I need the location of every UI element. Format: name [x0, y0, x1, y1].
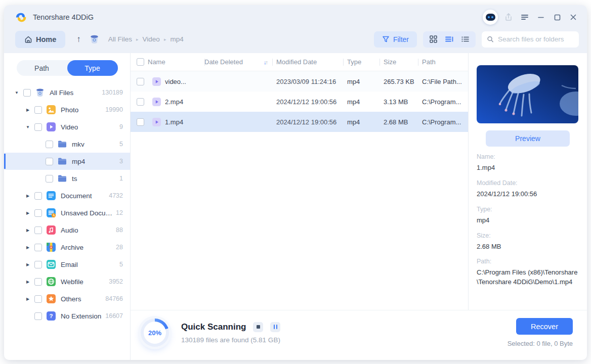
unsaved-document-icon	[46, 208, 56, 218]
preview-button[interactable]: Preview	[486, 130, 570, 147]
video-file-icon	[152, 77, 161, 86]
table-row[interactable]: 2.mp42024/12/12 19:00:56mp43.13 MBC:\Pro…	[131, 92, 468, 112]
column-header-size[interactable]: Size	[379, 53, 418, 71]
tree-checkbox[interactable]	[34, 123, 42, 131]
cell-size: 265.73 KB	[379, 78, 418, 85]
tree-item-label: Document	[61, 192, 92, 200]
tree-item-label: mkv	[72, 141, 85, 148]
column-header-modified-date[interactable]: Modified Date	[272, 53, 343, 71]
folder-icon	[57, 173, 67, 184]
tree-item-photo[interactable]: ▶Photo19990	[4, 101, 130, 118]
maximize-button[interactable]	[552, 12, 563, 23]
list-view-icon[interactable]	[461, 35, 470, 43]
row-checkbox[interactable]	[137, 118, 144, 126]
tree-item-no-extension[interactable]: ?No Extension16607	[4, 307, 130, 325]
breadcrumb-item-all-files[interactable]: All Files	[108, 35, 132, 43]
tree-checkbox[interactable]	[46, 141, 53, 148]
column-header-date-deleted[interactable]: Date Deleted ↓↑	[204, 53, 272, 71]
cell-type: mp4	[343, 78, 379, 85]
tree-item-others[interactable]: ▶Others84766	[4, 290, 130, 307]
chevron-right-icon[interactable]: ▶	[24, 297, 31, 301]
cell-path: C:\Program...	[418, 118, 468, 126]
assistant-bot-icon[interactable]	[483, 10, 498, 25]
preview-field-path: Path:C:\Program Files (x86)\Tenorshare\T…	[477, 258, 579, 287]
tree-checkbox[interactable]	[23, 89, 31, 97]
table-row[interactable]: 1.mp42024/12/12 19:00:56mp42.68 MBC:\Pro…	[131, 112, 468, 132]
chevron-right-icon[interactable]: ▶	[24, 211, 31, 215]
stop-scan-button[interactable]	[253, 322, 263, 332]
tree-item-archive[interactable]: ▶Archive28	[4, 239, 130, 256]
column-header-path[interactable]: Path	[418, 53, 468, 71]
chevron-right-icon[interactable]: ▶	[24, 245, 31, 250]
tree-checkbox[interactable]	[34, 244, 42, 251]
tree-item-document[interactable]: ▶Document4732	[4, 187, 130, 204]
tree-item-count: 19990	[102, 106, 123, 113]
tree-item-email[interactable]: ▶Email5	[4, 256, 130, 273]
list-detail-view-icon[interactable]	[445, 35, 454, 43]
row-checkbox[interactable]	[137, 98, 144, 106]
chevron-down-icon[interactable]: ▼	[24, 125, 31, 129]
preview-field-label: Path:	[477, 258, 579, 265]
tree-item-all-files[interactable]: ▼All Files130189	[4, 84, 130, 101]
tree-checkbox[interactable]	[34, 209, 42, 217]
tree-checkbox[interactable]	[46, 158, 53, 165]
tree-checkbox[interactable]	[34, 278, 42, 286]
column-header-name[interactable]: Name	[148, 53, 204, 71]
sort-icon[interactable]: ↓↑	[264, 59, 272, 65]
tree-item-ts[interactable]: ts1	[4, 170, 130, 187]
share-icon[interactable]	[503, 12, 514, 23]
chevron-right-icon[interactable]: ▶	[24, 262, 31, 267]
chevron-right-icon[interactable]: ▶	[24, 108, 31, 112]
tree-item-unsaved-docum-[interactable]: ▶Unsaved Docum...12	[4, 204, 130, 221]
tree-item-count: 3952	[106, 278, 123, 285]
preview-field-label: Type:	[477, 206, 579, 213]
grid-view-icon[interactable]	[429, 35, 438, 43]
tree-checkbox[interactable]	[34, 261, 42, 268]
sidebar-tab-type[interactable]: Type	[67, 60, 118, 76]
tree-item-webfile[interactable]: ▶Webfile3952	[4, 273, 130, 290]
row-checkbox[interactable]	[137, 78, 144, 85]
tree-checkbox[interactable]	[34, 106, 42, 114]
chevron-right-icon[interactable]: ▶	[24, 280, 31, 284]
sidebar-tab-path[interactable]: Path	[17, 60, 67, 76]
video-icon	[46, 122, 56, 132]
table-row[interactable]: video...2023/03/09 11:24:16mp4265.73 KBC…	[131, 71, 468, 92]
tree-checkbox[interactable]	[46, 175, 53, 183]
preview-field-type: Type:mp4	[477, 206, 579, 225]
close-button[interactable]	[568, 12, 579, 23]
chevron-down-icon[interactable]: ▼	[13, 90, 20, 95]
tree-item-video[interactable]: ▼Video9	[4, 118, 130, 135]
search-input[interactable]	[498, 35, 574, 43]
recover-button[interactable]: Recover	[516, 318, 573, 335]
video-file-icon	[152, 97, 161, 107]
tree-item-mkv[interactable]: mkv5	[4, 135, 130, 153]
tree-item-count: 5	[116, 261, 123, 268]
photo-icon	[46, 105, 56, 115]
chevron-right-icon[interactable]: ▶	[24, 228, 31, 233]
select-all-checkbox[interactable]	[137, 58, 144, 66]
column-header-type[interactable]: Type	[343, 53, 379, 71]
app-logo-icon	[14, 11, 28, 24]
pause-scan-button[interactable]	[270, 322, 280, 332]
tree-item-count: 4732	[106, 192, 123, 199]
tree-checkbox[interactable]	[34, 226, 42, 234]
tree-checkbox[interactable]	[34, 192, 42, 200]
preview-field-size: Size:2.68 MB	[477, 232, 579, 252]
minimize-button[interactable]	[535, 12, 546, 23]
menu-icon[interactable]	[519, 12, 530, 23]
tree-checkbox[interactable]	[34, 295, 42, 303]
breadcrumb-item-mp4[interactable]: mp4	[170, 35, 183, 43]
breadcrumb-separator: ▸	[164, 37, 166, 42]
breadcrumb-item-video[interactable]: Video	[143, 35, 160, 43]
chevron-right-icon[interactable]: ▶	[24, 194, 31, 198]
filter-button[interactable]: Filter	[374, 31, 417, 48]
home-button[interactable]: Home	[15, 31, 65, 48]
scan-progress-ring: 20%	[141, 318, 169, 347]
tree-item-mp4[interactable]: mp43	[4, 153, 130, 170]
toolbar: Home ↑ All Files▸Video▸mp4 Filter	[4, 29, 587, 53]
tree-item-audio[interactable]: ▶Audio88	[4, 221, 130, 239]
selected-summary: Selected: 0 file, 0 Byte	[508, 340, 573, 347]
tree-checkbox[interactable]	[34, 312, 42, 320]
navigate-up-button[interactable]: ↑	[76, 34, 81, 44]
breadcrumb: All Files▸Video▸mp4	[108, 35, 184, 43]
